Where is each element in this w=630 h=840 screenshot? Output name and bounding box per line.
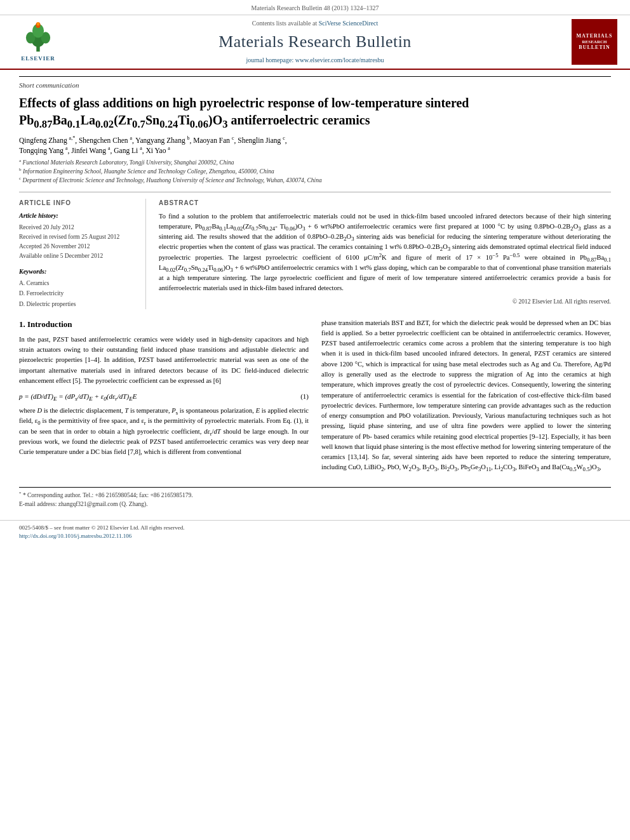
doi-link[interactable]: http://dx.doi.org/10.1016/j.matresbu.201… [19,533,131,539]
homepage-link[interactable]: journal homepage: www.elsevier.com/locat… [246,57,384,63]
body-right-col: phase transition materials BST and BZT, … [321,318,611,478]
online-date: Available online 5 December 2012 [19,251,137,261]
journal-logo-right: MATERIALS RESEARCH BULLETIN [566,19,617,65]
keyword-1: A. Ceramics [19,278,137,288]
abstract-col: ABSTRACT To find a solution to the probl… [159,199,611,309]
abstract-heading: ABSTRACT [159,199,611,208]
footnote-corresponding: * * Corresponding author. Tel.: +86 2165… [19,491,611,500]
homepage-line: journal homepage: www.elsevier.com/locat… [76,56,554,65]
info-abstract-cols: ARTICLE INFO Article history: Received 2… [19,192,611,309]
svg-point-6 [37,22,40,25]
body-left-col: 1. Introduction In the past, PZST based … [19,318,309,478]
received-date: Received 20 July 2012 [19,223,137,232]
abstract-text: To find a solution to the problem that a… [159,211,611,294]
article-history-label: Article history: [19,211,137,220]
journal-header: ELSEVIER Contents lists available at Sci… [0,15,630,70]
article-title: Effects of glass additions on high pyroe… [19,95,611,129]
footnote-area: * * Corresponding author. Tel.: +86 2165… [19,487,611,509]
intro-para-right: phase transition materials BST and BZT, … [321,318,611,473]
intro-para-2: where D is the dielectric displacement, … [19,406,309,457]
body-two-col: 1. Introduction In the past, PZST based … [19,318,611,478]
journal-center: Contents lists available at SciVerse Sci… [64,19,566,65]
keywords-section: Keywords: A. Ceramics D. Ferroelectricit… [19,267,137,309]
bulletin-logo: MATERIALS RESEARCH BULLETIN [572,19,617,65]
elsevier-logo-area: ELSEVIER [13,22,64,63]
journal-title: Materials Research Bulletin [76,30,554,53]
doi-line: http://dx.doi.org/10.1016/j.matresbu.201… [19,532,611,540]
citation-text: Materials Research Bulletin 48 (2013) 13… [251,4,379,11]
elsevier-tree-icon [19,22,57,53]
intro-para-1: In the past, PZST based antiferroelectri… [19,335,309,386]
sciverse-line: Contents lists available at SciVerse Sci… [76,19,554,28]
footnote-email: E-mail address: zhangqf321@gmail.com (Q.… [19,500,611,509]
article-type: Short communication [19,76,611,90]
bottom-bar: 0025-5408/$ – see front matter © 2012 El… [0,520,630,543]
copyright-line: © 2012 Elsevier Ltd. All rights reserved… [159,298,611,306]
affiliations: a Functional Materials Research Laborato… [19,158,611,185]
article-info-col: ARTICLE INFO Article history: Received 2… [19,199,146,309]
formula-1: p = (dD/dT)E = (dPs/dT)E + ε0(dεr/dT)EE … [19,391,309,402]
elsevier-label: ELSEVIER [21,55,55,63]
article-info-heading: ARTICLE INFO [19,199,137,208]
accepted-date: Accepted 26 November 2012 [19,242,137,251]
top-citation-bar: Materials Research Bulletin 48 (2013) 13… [0,0,630,15]
keywords-label: Keywords: [19,267,137,276]
section-1-title: 1. Introduction [19,318,309,331]
received-revised-date: Received in revised form 25 August 2012 [19,232,137,242]
main-content: Short communication Effects of glass add… [0,70,630,515]
keyword-3: D. Dielectric properties [19,299,137,309]
section-1: 1. Introduction In the past, PZST based … [19,318,611,478]
authors-line: Qingfeng Zhang a,*, Shengchen Chen a, Ya… [19,135,611,156]
issn-line: 0025-5408/$ – see front matter © 2012 El… [19,524,611,532]
sciverse-link[interactable]: SciVerse ScienceDirect [319,20,379,27]
keyword-2: D. Ferroelectricity [19,288,137,298]
